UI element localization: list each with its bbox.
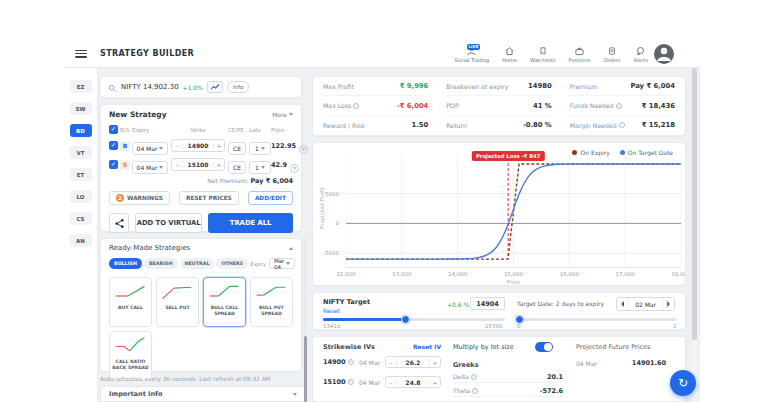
select-all-checkbox[interactable]: ✓: [109, 125, 118, 134]
sidebar-item-bd[interactable]: BD: [70, 124, 92, 137]
nav-positions[interactable]: Positions: [569, 46, 591, 63]
bookmark-icon: [539, 46, 547, 56]
reset-iv-link[interactable]: Reset IV: [413, 343, 441, 350]
remove-leg-icon[interactable]: ×: [299, 145, 308, 154]
option-type[interactable]: CE: [228, 142, 246, 155]
sidebar-item-sw[interactable]: SW: [70, 102, 92, 115]
iv-stepper[interactable]: –26.2+: [385, 356, 441, 368]
hamburger-menu-icon[interactable]: [75, 50, 87, 58]
nav-social-trading[interactable]: LIVE Social Trading: [455, 46, 490, 63]
iv-stepper[interactable]: –24.8+: [385, 376, 441, 388]
sidebar-item-ez[interactable]: EZ: [70, 80, 92, 93]
auto-refresh-note: Auto-refreshes every 30 seconds. Last re…: [100, 376, 306, 382]
strategy-card-sell-put[interactable]: SELL PUT: [156, 277, 199, 327]
tab-others[interactable]: OTHERS: [216, 258, 248, 269]
expiry-dropdown[interactable]: 04 Mar: [132, 161, 168, 174]
chart-toggle-button[interactable]: [207, 81, 223, 93]
trade-all-button[interactable]: TRADE ALL: [208, 213, 293, 233]
symbol-price[interactable]: NIFTY 14,902.30: [121, 83, 179, 91]
target-panel: NIFTY Target Reset +0.6 % 14904 13410 16…: [312, 292, 686, 330]
nav-orders[interactable]: Orders: [604, 46, 621, 63]
iv-strike: 14900i: [323, 358, 354, 366]
stat-premium: PremiumPay ₹ 6,004: [570, 77, 675, 96]
info-icon[interactable]: i: [472, 388, 478, 394]
sell-badge[interactable]: S: [120, 160, 130, 170]
top-nav: LIVE Social Trading Home Watchlists Posi…: [455, 40, 648, 68]
left-panel-scrollbar-thumb[interactable]: [304, 336, 307, 402]
date-min: 0: [517, 323, 521, 329]
option-type[interactable]: CE: [228, 161, 246, 174]
important-info-bar[interactable]: Important Info: [100, 386, 306, 402]
page-title: STRATEGY BUILDER: [100, 49, 194, 58]
target-min: 13410: [323, 323, 341, 329]
tab-bearish[interactable]: BEARISH: [144, 258, 178, 269]
document-icon: [608, 46, 616, 56]
stat-margin-needed: Margin Neededi₹ 15,218: [570, 116, 675, 135]
sidebar-item-an[interactable]: AN: [70, 234, 92, 247]
add-edit-button[interactable]: ADD/EDIT: [248, 191, 293, 205]
y-axis-ticks: 50000-5000: [313, 155, 342, 268]
leg-price: 122.95: [271, 142, 296, 150]
info-icon[interactable]: i: [616, 103, 622, 109]
payoff-plot[interactable]: [346, 155, 681, 268]
warnings-button[interactable]: 2 WARNINGS: [109, 191, 170, 205]
sidebar-item-vt[interactable]: VT: [70, 146, 92, 159]
nav-alerts[interactable]: Alerts: [633, 46, 648, 63]
strike-stepper[interactable]: –15100+: [171, 158, 225, 171]
reset-target-link[interactable]: Reset: [323, 307, 340, 314]
briefcase-icon: [575, 46, 584, 56]
expiry-dropdown[interactable]: 04 Mar: [132, 142, 168, 155]
next-date-arrow[interactable]: [662, 298, 674, 310]
ivs-greeks-panel: Strikewise IVs Reset IV 14900i 04 Mar –2…: [312, 336, 686, 402]
strategy-card-bull-call-spread[interactable]: BULL CALL SPREAD: [203, 277, 246, 327]
lots-dropdown[interactable]: 1: [249, 142, 271, 155]
instrument-search: NIFTY 14,902.30 +1.0% Info: [100, 76, 302, 98]
more-menu[interactable]: More: [272, 111, 293, 118]
avatar[interactable]: [654, 44, 674, 64]
stat-funds-needed: Funds Neededi₹ 18,436: [570, 96, 675, 115]
info-icon[interactable]: i: [619, 122, 625, 128]
refresh-fab-button[interactable]: ↻: [670, 370, 696, 396]
ready-made-expiry-dropdown[interactable]: Mar 04: [269, 258, 295, 269]
collapse-chevron-icon[interactable]: [289, 247, 293, 250]
target-price-input[interactable]: 14904: [470, 297, 505, 310]
payoff-icon: [159, 282, 196, 303]
target-date-stepper: 02 Mar: [616, 297, 675, 311]
reset-prices-button[interactable]: RESET PRICES: [179, 191, 239, 205]
strike-stepper[interactable]: –14900+: [171, 139, 225, 152]
strategy-card-call-ratio-back-spread[interactable]: CALL RATIO BACK SPREAD: [109, 331, 152, 381]
tab-bullish[interactable]: BULLISH: [109, 258, 142, 269]
sidebar-item-et[interactable]: ET: [70, 168, 92, 181]
buy-badge[interactable]: B: [120, 141, 130, 151]
target-change: +0.6 %: [447, 301, 469, 308]
info-icon[interactable]: i: [348, 359, 354, 365]
target-slider-thumb[interactable]: [401, 315, 410, 324]
stat-return: Return-0.80 %: [446, 116, 551, 135]
tab-neutral[interactable]: NEUTRAL: [180, 258, 215, 269]
leg-checkbox[interactable]: ✓: [109, 141, 118, 150]
x-axis-label: Price: [346, 279, 681, 285]
info-badge[interactable]: Info: [227, 81, 249, 93]
main-scrollbar-thumb[interactable]: [692, 68, 697, 340]
info-icon[interactable]: i: [353, 103, 359, 109]
leg-checkbox[interactable]: ✓: [109, 160, 118, 169]
info-icon[interactable]: i: [471, 374, 477, 380]
strategy-card-bull-put-spread[interactable]: BULL PUT SPREAD: [250, 277, 293, 327]
add-to-virtual-button[interactable]: ADD TO VIRTUAL: [135, 213, 202, 233]
sidebar-item-lo[interactable]: LO: [70, 190, 92, 203]
nav-watchlists[interactable]: Watchlists: [530, 46, 556, 63]
sidebar-item-cs[interactable]: CS: [70, 212, 92, 225]
nav-home[interactable]: Home: [502, 46, 517, 63]
share-button[interactable]: [109, 213, 129, 233]
remove-leg-icon[interactable]: ×: [290, 164, 299, 173]
date-slider-track[interactable]: [517, 318, 677, 321]
lots-dropdown[interactable]: 1: [249, 161, 271, 174]
stat-reward-risk: Reward / Risk1.50: [323, 116, 428, 135]
multiply-lot-toggle[interactable]: [535, 342, 553, 352]
info-icon[interactable]: i: [348, 379, 354, 385]
new-strategy-title: New Strategy: [109, 110, 167, 119]
prev-date-arrow[interactable]: [617, 298, 629, 310]
payoff-icon: [112, 336, 149, 357]
strategy-card-buy-call[interactable]: BUY CALL: [109, 277, 152, 327]
stat-breakeven: Breakeven at expiry14980: [446, 77, 551, 96]
